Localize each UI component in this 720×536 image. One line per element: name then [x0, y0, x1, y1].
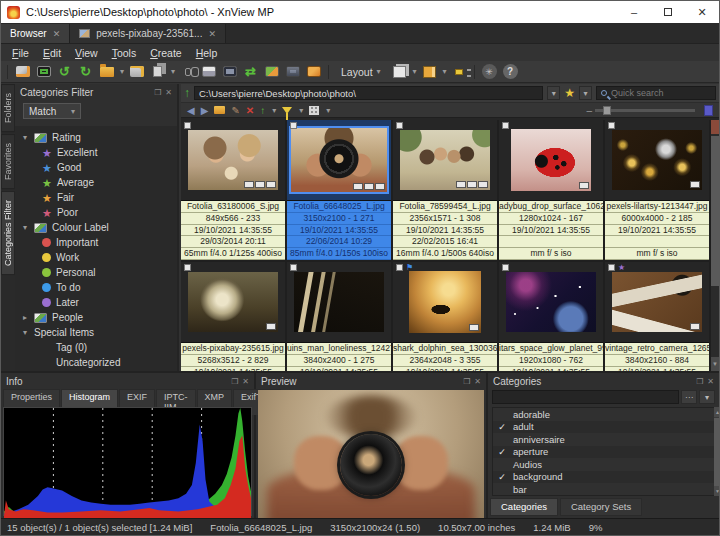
tag-icon[interactable]: ✎	[231, 105, 239, 116]
thumbnail-image[interactable]	[400, 130, 490, 190]
close-button[interactable]: ✕	[685, 1, 719, 23]
tab-image[interactable]: pexels-pixabay-23561... ✕	[70, 24, 226, 43]
tree-item-good[interactable]: ★Good	[15, 160, 177, 175]
file-item-5[interactable]: pexels-lilartsy-1213447.jpg6000x4000 - 2…	[605, 120, 711, 262]
settings-gear-icon[interactable]: ✳	[481, 64, 498, 80]
sidetab-folders[interactable]: Folders	[1, 84, 15, 132]
copy-move-icon[interactable]	[149, 64, 166, 80]
tree-item-poor[interactable]: ★Poor	[15, 205, 177, 220]
copy-move-caret[interactable]: ▾	[171, 67, 175, 76]
category-add-button[interactable]: ⋯	[681, 390, 697, 404]
check-icon[interactable]: ✓	[497, 422, 507, 432]
parent-folder-icon[interactable]: ↑	[260, 105, 265, 116]
parent-caret[interactable]: ▾	[272, 106, 276, 115]
rotate-ccw-icon[interactable]: ↺	[56, 64, 73, 80]
thumbnail-view-icon[interactable]	[391, 64, 408, 80]
tree-item-todo[interactable]: To do	[15, 280, 177, 295]
slider-minus[interactable]: –	[586, 105, 592, 116]
panel-float-icon[interactable]: ❒	[154, 88, 161, 97]
file-item-1[interactable]: Fotolia_63180006_S.jpg849x566 - 23319/10…	[181, 120, 287, 262]
file-item-3[interactable]: Fotolia_78599454_L.jpg2356x1571 - 1 3081…	[393, 120, 499, 262]
sort-icon[interactable]	[421, 64, 438, 80]
menu-file[interactable]: File	[5, 47, 36, 59]
grid-scrollbar[interactable]: ▼	[711, 120, 719, 371]
tag-rating-icon[interactable]	[451, 64, 468, 80]
thumb-size-slider[interactable]: –	[586, 105, 713, 116]
menu-tools[interactable]: Tools	[105, 47, 144, 59]
tree-item-rating[interactable]: ▾Rating	[15, 130, 177, 145]
tree-item-colour-label[interactable]: ▾Colour Label	[15, 220, 177, 235]
tab-browser[interactable]: Browser ✕	[1, 24, 70, 43]
match-dropdown[interactable]: Match ▾	[23, 103, 81, 119]
check-icon[interactable]: ✓	[497, 472, 507, 482]
tab-categories[interactable]: Categories	[490, 498, 558, 516]
thumb-checkbox[interactable]	[502, 122, 509, 129]
file-item-2-selected[interactable]: Fotolia_66648025_L.jpg3150x2100 - 1 2711…	[287, 120, 393, 262]
fullscreen-icon[interactable]	[35, 64, 52, 80]
slideshow-icon[interactable]	[221, 64, 238, 80]
view-mode-icon[interactable]	[309, 106, 319, 115]
category-item-anniversaire[interactable]: anniversaire	[493, 433, 714, 446]
title-bar[interactable]: C:\Users\pierre\Desktop\photo\photo\ - X…	[1, 1, 719, 23]
thumbnail-image[interactable]	[294, 272, 384, 332]
menu-edit[interactable]: Edit	[36, 47, 68, 59]
thumbnail-image[interactable]	[506, 272, 596, 332]
camera-import-icon[interactable]	[284, 64, 301, 80]
category-filter-input[interactable]	[492, 390, 679, 404]
file-item-6[interactable]: pexels-pixabay-235615.jpg5268x3512 - 2 8…	[181, 262, 287, 378]
menu-view[interactable]: View	[68, 47, 105, 59]
category-item-audios[interactable]: Audios	[493, 458, 714, 471]
slider-handle[interactable]	[603, 106, 611, 115]
category-item-beautiful[interactable]: ✓beautiful	[493, 496, 714, 497]
category-item-adorable[interactable]: adorable	[493, 408, 714, 421]
panel-close-icon[interactable]: ✕	[474, 377, 481, 386]
forward-button[interactable]: ▶	[201, 105, 209, 116]
layout-dropdown[interactable]: Layout ▾	[335, 66, 387, 78]
convert-icon[interactable]: ⇄	[242, 64, 259, 80]
tab-category-sets[interactable]: Category Sets	[560, 498, 642, 516]
tree-item-work[interactable]: Work	[15, 250, 177, 265]
path-input[interactable]: C:\Users\pierre\Desktop\photo\photo\	[194, 86, 543, 100]
capture-icon[interactable]	[263, 64, 280, 80]
delete-icon[interactable]: ✕	[246, 105, 254, 116]
view-mode-caret[interactable]: ▾	[326, 106, 330, 115]
tree-item-later[interactable]: Later	[15, 295, 177, 310]
tree-item-fair[interactable]: ★Fair	[15, 190, 177, 205]
panel-close-icon[interactable]: ✕	[165, 88, 172, 97]
tree-item-uncategorized[interactable]: Uncategorized	[15, 355, 177, 370]
rotate-cw-icon[interactable]: ↻	[77, 64, 94, 80]
check-icon[interactable]: ✓	[497, 447, 507, 457]
thumbnail-image[interactable]	[511, 129, 591, 191]
thumb-checkbox[interactable]	[184, 122, 191, 129]
scrollbar-thumb[interactable]	[714, 418, 720, 488]
path-dropdown[interactable]: ▾	[547, 86, 560, 100]
file-info-icon[interactable]	[128, 64, 145, 80]
category-scrollbar[interactable]: ▲ ▼	[714, 407, 720, 496]
print-icon[interactable]	[200, 64, 217, 80]
menu-help[interactable]: Help	[189, 47, 225, 59]
category-item-adult[interactable]: ✓adult	[493, 421, 714, 434]
sort-caret[interactable]: ▾	[443, 67, 447, 76]
tree-item-people[interactable]: ▸People	[15, 310, 177, 325]
file-item-9[interactable]: itars_space_glow_planet_99...1920x1080 -…	[499, 262, 605, 378]
scroll-up-icon[interactable]: ▲	[714, 407, 720, 417]
thumbnail-image[interactable]	[291, 128, 387, 192]
sidetab-categories-filter[interactable]: Categories Filter	[1, 191, 15, 275]
scroll-down-icon[interactable]: ▼	[711, 357, 719, 371]
folder-icon[interactable]	[214, 106, 225, 114]
open-folder-icon[interactable]	[98, 64, 115, 80]
maximize-button[interactable]	[651, 1, 685, 23]
thumbnail-image[interactable]	[612, 130, 702, 190]
favorites-caret[interactable]: ▾	[579, 86, 592, 100]
thumbnail-image[interactable]	[188, 272, 278, 332]
thumb-checkbox[interactable]	[608, 122, 615, 129]
set-wallpaper-icon[interactable]	[305, 64, 322, 80]
thumb-checkbox[interactable]	[396, 122, 403, 129]
thumbnail-image[interactable]	[612, 272, 702, 332]
panel-float-icon[interactable]: ❒	[231, 377, 238, 386]
browser-view-icon[interactable]	[14, 64, 31, 80]
thumbnail-image[interactable]	[409, 271, 481, 333]
tree-item-personal[interactable]: Personal	[15, 265, 177, 280]
thumb-checkbox[interactable]	[396, 264, 403, 271]
pane-toggle-button[interactable]	[704, 105, 713, 116]
